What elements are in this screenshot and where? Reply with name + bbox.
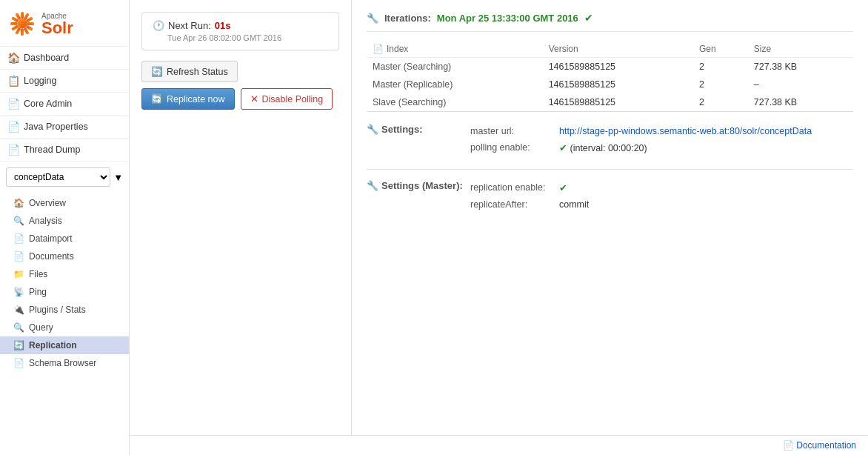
main-content: 🕐 Next Run: 01s Tue Apr 26 08:02:00 GMT … bbox=[130, 0, 868, 455]
settings-master-section: 🔧 Settings (Master): replication enable:… bbox=[367, 180, 853, 225]
replication-enable-value: ✔ bbox=[559, 180, 567, 196]
gen-cell: 2 bbox=[693, 93, 748, 112]
replicate-icon: 🔄 bbox=[151, 93, 163, 104]
documents-icon: 📄 bbox=[13, 251, 24, 262]
logo-area: Apache Solr bbox=[0, 0, 129, 47]
sidebar-item-label: Java Properties bbox=[24, 122, 88, 132]
sub-nav-plugins-stats[interactable]: 🔌 Plugins / Stats bbox=[0, 301, 129, 319]
replicate-after-row: replicateAfter: commit bbox=[470, 197, 589, 212]
refresh-status-button[interactable]: 🔄 Refresh Status bbox=[141, 61, 238, 82]
master-url-row: master url: http://stage-pp-windows.sema… bbox=[470, 124, 812, 139]
index-col-icon: 📄 bbox=[373, 44, 384, 54]
iterations-icon: 🔧 bbox=[367, 13, 378, 24]
ping-icon: 📡 bbox=[13, 287, 24, 297]
plugins-icon: 🔌 bbox=[13, 305, 24, 315]
sidebar-item-java-properties[interactable]: 📄 Java Properties bbox=[0, 116, 129, 139]
iterations-label: Iterations: bbox=[384, 13, 431, 24]
polling-key: polling enable: bbox=[470, 140, 559, 155]
sub-nav-query[interactable]: 🔍 Query bbox=[0, 319, 129, 336]
gen-cell: 2 bbox=[693, 58, 748, 76]
master-url-value: http://stage-pp-windows.semantic-web.at:… bbox=[559, 124, 812, 139]
doc-icon: 📄 bbox=[783, 440, 794, 451]
settings-master-label: Settings (Master): bbox=[381, 180, 463, 191]
replication-enable-key: replication enable: bbox=[470, 180, 559, 195]
footer: 📄 Documentation bbox=[130, 435, 868, 455]
index-cell: Master (Replicable) bbox=[367, 76, 543, 93]
col-gen: Gen bbox=[693, 41, 748, 58]
next-run-date: Tue Apr 26 08:02:00 GMT 2016 bbox=[153, 33, 328, 42]
action-buttons-row: 🔄 Replicate now ✕ Disable Polling bbox=[141, 88, 339, 116]
settings-slave-row: 🔧 Settings: master url: http://stage-pp-… bbox=[367, 124, 853, 157]
logo-text: Apache Solr bbox=[41, 12, 73, 36]
polling-value: ✔ (interval: 00:00:20) bbox=[559, 140, 647, 156]
analysis-icon: 🔍 bbox=[13, 216, 24, 226]
sidebar-item-label: Core Admin bbox=[24, 99, 72, 109]
version-cell: 1461589885125 bbox=[543, 76, 693, 93]
query-icon: 🔍 bbox=[13, 322, 24, 333]
sub-nav-schema-browser[interactable]: 📄 Schema Browser bbox=[0, 354, 129, 372]
settings-slave-details: master url: http://stage-pp-windows.sema… bbox=[470, 124, 812, 157]
size-cell: – bbox=[748, 76, 853, 93]
core-select[interactable]: conceptData bbox=[6, 167, 110, 187]
overview-icon: 🏠 bbox=[13, 198, 24, 208]
settings-slave-section: 🔧 Settings: master url: http://stage-pp-… bbox=[367, 124, 853, 170]
java-props-icon: 📄 bbox=[7, 121, 19, 133]
thread-dump-icon: 📄 bbox=[7, 144, 19, 156]
replication-enable-row: replication enable: ✔ bbox=[470, 180, 589, 196]
core-selector-arrow: ▼ bbox=[113, 172, 123, 183]
sub-nav-documents[interactable]: 📄 Documents bbox=[0, 248, 129, 265]
iterations-header: 🔧 Iterations: Mon Apr 25 13:33:00 GMT 20… bbox=[367, 12, 853, 32]
sub-nav-files[interactable]: 📁 Files bbox=[0, 265, 129, 283]
sidebar-item-label: Dashboard bbox=[24, 53, 69, 63]
index-cell: Master (Searching) bbox=[367, 58, 543, 76]
col-index: 📄 Index bbox=[367, 41, 543, 58]
size-cell: 727.38 KB bbox=[748, 93, 853, 112]
table-row: Master (Replicable) 1461589885125 2 – bbox=[367, 76, 853, 93]
svg-rect-9 bbox=[10, 22, 18, 25]
solr-logo-icon bbox=[7, 9, 37, 39]
settings-master-details: replication enable: ✔ replicateAfter: co… bbox=[470, 180, 589, 213]
sub-nav-dataimport[interactable]: 📄 Dataimport bbox=[0, 230, 129, 248]
table-row: Master (Searching) 1461589885125 2 727.3… bbox=[367, 58, 853, 76]
refresh-icon: 🔄 bbox=[151, 66, 163, 77]
sidebar: Apache Solr 🏠 Dashboard 📋 Logging 📄 Core… bbox=[0, 0, 130, 455]
replicate-after-key: replicateAfter: bbox=[470, 197, 559, 212]
sidebar-item-thread-dump[interactable]: 📄 Thread Dump bbox=[0, 139, 129, 162]
sidebar-item-core-admin[interactable]: 📄 Core Admin bbox=[0, 93, 129, 116]
sub-nav-replication[interactable]: 🔄 Replication bbox=[0, 336, 129, 354]
files-icon: 📁 bbox=[13, 269, 24, 279]
sub-nav-ping[interactable]: 📡 Ping bbox=[0, 283, 129, 301]
sidebar-item-label: Logging bbox=[24, 76, 57, 86]
settings-master-icon: 🔧 bbox=[367, 180, 378, 191]
sidebar-item-logging[interactable]: 📋 Logging bbox=[0, 70, 129, 93]
core-selector[interactable]: conceptData ▼ bbox=[6, 167, 123, 187]
dataimport-icon: 📄 bbox=[13, 233, 24, 244]
sidebar-item-label: Thread Dump bbox=[24, 145, 80, 155]
index-cell: Slave (Searching) bbox=[367, 93, 543, 112]
table-row: Slave (Searching) 1461589885125 2 727.38… bbox=[367, 93, 853, 112]
sidebar-item-dashboard[interactable]: 🏠 Dashboard bbox=[0, 47, 129, 70]
svg-rect-6 bbox=[21, 28, 24, 36]
index-table: 📄 Index Version Gen Size Master (Searchi… bbox=[367, 41, 853, 112]
svg-point-12 bbox=[18, 19, 27, 29]
sub-nav-overview[interactable]: 🏠 Overview bbox=[0, 194, 129, 212]
svg-rect-3 bbox=[27, 22, 34, 25]
left-panel: 🕐 Next Run: 01s Tue Apr 26 08:02:00 GMT … bbox=[130, 0, 352, 435]
next-run-title: 🕐 Next Run: 01s bbox=[153, 20, 328, 31]
version-cell: 1461589885125 bbox=[543, 58, 693, 76]
polling-row: polling enable: ✔ (interval: 00:00:20) bbox=[470, 140, 812, 156]
col-size: Size bbox=[748, 41, 853, 58]
replicate-now-button[interactable]: 🔄 Replicate now bbox=[141, 88, 235, 110]
documentation-link[interactable]: 📄 Documentation bbox=[783, 440, 856, 451]
settings-slave-label: Settings: bbox=[381, 124, 423, 135]
iterations-time: Mon Apr 25 13:33:00 GMT 2016 bbox=[437, 13, 578, 24]
replicate-after-value: commit bbox=[559, 197, 589, 212]
replication-icon: 🔄 bbox=[13, 340, 24, 351]
schema-browser-icon: 📄 bbox=[13, 358, 24, 368]
settings-slave-icon: 🔧 bbox=[367, 124, 378, 135]
disable-icon: ✕ bbox=[250, 93, 258, 104]
clock-icon: 🕐 bbox=[153, 20, 164, 31]
sub-nav-analysis[interactable]: 🔍 Analysis bbox=[0, 212, 129, 230]
iterations-check-icon: ✔ bbox=[584, 12, 593, 24]
disable-polling-button[interactable]: ✕ Disable Polling bbox=[241, 88, 333, 110]
